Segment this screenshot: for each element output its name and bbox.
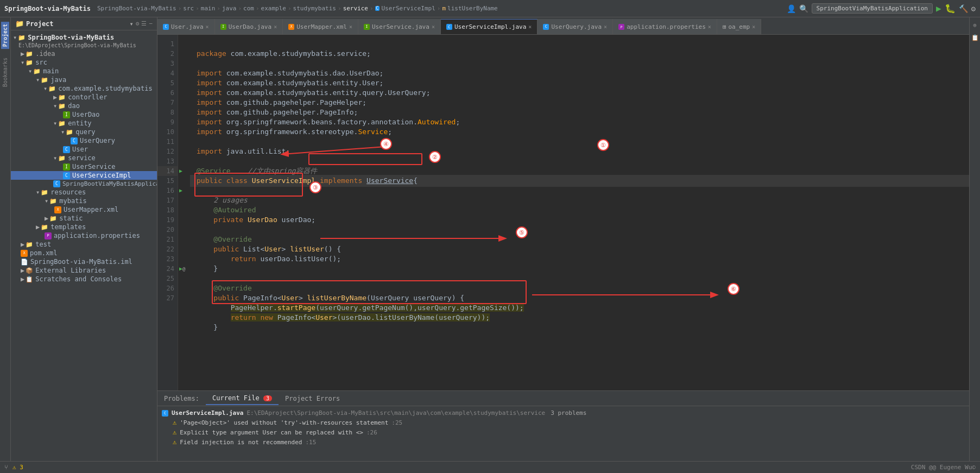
tab-appprops[interactable]: P application.properties × bbox=[613, 19, 717, 34]
tree-item-app[interactable]: C SpringBootViaMyBatisApplication bbox=[11, 180, 157, 188]
right-icon-1[interactable]: ⊕ bbox=[973, 22, 977, 29]
tab-userquery-label: UserQuery.java bbox=[551, 23, 602, 30]
tab-userdao-java[interactable]: I UserDao.java × bbox=[215, 19, 283, 34]
breadcrumb-java[interactable]: java bbox=[222, 5, 237, 12]
line-numbers-gutter: 1 2 3 4 5 6 7 8 9 10 11 12 13 14 15 16 1 bbox=[157, 35, 178, 390]
project-tab-icon[interactable]: Project bbox=[1, 22, 9, 49]
tree-item-root[interactable]: ▾ 📁 SpringBoot-via-MyBatis bbox=[11, 33, 157, 42]
tree-item-scratches[interactable]: ▶ 📋 Scratches and Consoles bbox=[11, 275, 157, 283]
run-config-selector[interactable]: SpringBootViaMyBatisApplication bbox=[812, 3, 933, 14]
tree-item-static[interactable]: ▶ 📁 static bbox=[11, 214, 157, 223]
tree-item-iml[interactable]: 📄 SpringBoot-via-MyBatis.iml bbox=[11, 257, 157, 266]
debug-button[interactable]: 🐛 bbox=[945, 3, 956, 14]
project-panel: 📁 Project ▾ ⚙ ☰ − ▾ 📁 SpringBoot-via-MyB… bbox=[11, 17, 157, 461]
tree-item-com[interactable]: ▾ 📁 com.example.studymybatis bbox=[11, 84, 157, 93]
tab-oaemp-close[interactable]: × bbox=[752, 24, 755, 30]
tab-userservice-label: UserService.java bbox=[372, 23, 429, 30]
tree-item-entity[interactable]: ▾ 📁 entity bbox=[11, 119, 157, 128]
problem-file-item[interactable]: C UserServiceImpl.java E:\EDAproject\Spr… bbox=[162, 408, 965, 418]
userserviceimpl-icon: C bbox=[63, 172, 70, 179]
tab-project-errors[interactable]: Project Errors bbox=[279, 393, 346, 405]
tab-userdao-close[interactable]: × bbox=[274, 24, 277, 30]
tree-item-user[interactable]: C User bbox=[11, 145, 157, 154]
user-icon[interactable]: 👤 bbox=[787, 4, 796, 13]
tree-item-main[interactable]: ▾ 📁 main bbox=[11, 67, 157, 75]
project-panel-header: 📁 Project ▾ ⚙ ☰ − bbox=[11, 17, 157, 30]
breadcrumb-springboot[interactable]: SpringBoot-via-MyBatis bbox=[97, 5, 176, 12]
tab-user-java-close[interactable]: × bbox=[206, 24, 209, 30]
com-label: com.example.studymybatis bbox=[58, 85, 152, 92]
panel-dropdown-icon[interactable]: ▾ bbox=[130, 20, 134, 28]
tree-item-appprops[interactable]: P application.properties bbox=[11, 231, 157, 240]
tree-item-pom[interactable]: X pom.xml bbox=[11, 249, 157, 257]
entity-label: entity bbox=[68, 119, 91, 127]
search-icon[interactable]: 🔍 bbox=[799, 4, 808, 13]
tab-appprops-icon: P bbox=[618, 24, 624, 30]
problem-item-2[interactable]: ⚠ Explicit type argument User can be rep… bbox=[162, 427, 965, 437]
tab-userquery-java[interactable]: C UserQuery.java × bbox=[538, 19, 613, 34]
tab-usermapper-xml[interactable]: X UserMapper.xml × bbox=[283, 19, 358, 34]
build-button[interactable]: 🔨 bbox=[959, 4, 968, 13]
tree-item-service[interactable]: ▾ 📁 service bbox=[11, 154, 157, 162]
settings-icon[interactable]: ⚙ bbox=[971, 4, 976, 13]
test-label: test bbox=[35, 241, 51, 248]
tree-item-userquery[interactable]: C UserQuery bbox=[11, 136, 157, 145]
tab-user-java[interactable]: C User.java × bbox=[157, 19, 215, 34]
userquery-icon: C bbox=[71, 137, 78, 144]
bookmarks-icon[interactable]: Bookmarks bbox=[1, 55, 9, 89]
tab-userserviceimpl-java[interactable]: C UserServiceImpl.java × bbox=[441, 19, 538, 34]
tab-oa-emp[interactable]: ⊞ oa_emp × bbox=[717, 19, 761, 34]
tree-item-mybatis[interactable]: ▾ 📁 mybatis bbox=[11, 197, 157, 205]
tab-current-file[interactable]: Current File 3 bbox=[206, 392, 279, 405]
tree-item-java[interactable]: ▾ 📁 java bbox=[11, 75, 157, 84]
tree-item-idea[interactable]: ▶ 📁 .idea bbox=[11, 49, 157, 58]
tree-item-usermapper[interactable]: X UserMapper.xml bbox=[11, 205, 157, 214]
problem-text-2: Explicit type argument User can be repla… bbox=[180, 429, 363, 436]
controller-label: contorller bbox=[68, 93, 107, 101]
tree-item-userserviceimpl[interactable]: C UserServiceImpl bbox=[11, 171, 157, 180]
resources-folder-icon: 📁 bbox=[41, 189, 48, 196]
tree-item-userdao[interactable]: I UserDao bbox=[11, 110, 157, 119]
run-button[interactable]: ▶ bbox=[936, 3, 941, 14]
breadcrumb-method[interactable]: m listUserByName bbox=[442, 5, 497, 12]
tab-userservice-java[interactable]: I UserService.java × bbox=[358, 19, 441, 34]
breadcrumb-main[interactable]: main bbox=[201, 5, 216, 12]
breadcrumb-example[interactable]: example bbox=[261, 5, 286, 12]
tree-item-extlibs[interactable]: ▶ 📦 External Libraries bbox=[11, 266, 157, 275]
problem-item-1[interactable]: ⚠ 'Page<Object>' used without 'try'-with… bbox=[162, 418, 965, 427]
tab-usermapper-close[interactable]: × bbox=[349, 24, 352, 30]
right-sidebar-strip: ⊕ 📋 bbox=[969, 17, 980, 461]
test-folder-icon: 📁 bbox=[26, 241, 33, 248]
tree-item-controller[interactable]: ▶ 📁 contorller bbox=[11, 93, 157, 102]
tab-userquery-close[interactable]: × bbox=[604, 24, 607, 30]
tab-appprops-close[interactable]: × bbox=[708, 24, 711, 30]
breadcrumb-com[interactable]: com bbox=[243, 5, 254, 12]
right-icon-2[interactable]: 📋 bbox=[971, 34, 979, 41]
problem-line-1: :25 bbox=[391, 419, 402, 426]
breadcrumb-src[interactable]: src bbox=[183, 5, 194, 12]
code-content-area[interactable]: 1 2 3 4 5 6 7 8 9 10 11 12 13 14 15 16 1 bbox=[157, 35, 969, 390]
panel-gear-icon[interactable]: ⚙ bbox=[136, 20, 140, 27]
tab-userserviceimpl-close[interactable]: × bbox=[528, 24, 532, 30]
breadcrumb-service[interactable]: service bbox=[343, 5, 368, 12]
tree-item-dao[interactable]: ▾ 📁 dao bbox=[11, 102, 157, 110]
status-problem-icon[interactable]: ⚠ 3 bbox=[12, 464, 23, 471]
tree-item-resources[interactable]: ▾ 📁 resources bbox=[11, 188, 157, 197]
breadcrumb-userserviceimpl[interactable]: CUserServiceImpl bbox=[375, 5, 435, 12]
scratches-icon: 📋 bbox=[26, 276, 33, 283]
tree-item-src[interactable]: ▾ 📁 src bbox=[11, 58, 157, 67]
com-folder-icon: 📁 bbox=[48, 85, 56, 92]
panel-layout-icon[interactable]: ☰ bbox=[141, 20, 147, 27]
tab-userservice-close[interactable]: × bbox=[432, 24, 435, 30]
breadcrumb-studymybatis[interactable]: studymybatis bbox=[293, 5, 336, 12]
tree-item-userservice[interactable]: I UserService bbox=[11, 162, 157, 171]
tree-item-templates[interactable]: ▶ 📁 templates bbox=[11, 223, 157, 231]
panel-collapse-icon[interactable]: − bbox=[149, 20, 153, 27]
userservice-label: UserService bbox=[72, 163, 115, 171]
tree-item-query[interactable]: ▾ 📁 query bbox=[11, 128, 157, 136]
tree-item-test[interactable]: ▶ 📁 test bbox=[11, 240, 157, 249]
tab-problems[interactable]: Problems: bbox=[157, 393, 206, 405]
code-text[interactable]: package com.example.studymybatis.service… bbox=[190, 35, 969, 390]
user-label: User bbox=[72, 146, 88, 153]
problem-item-3[interactable]: ⚠ Field injection is not recommended :15 bbox=[162, 437, 965, 447]
